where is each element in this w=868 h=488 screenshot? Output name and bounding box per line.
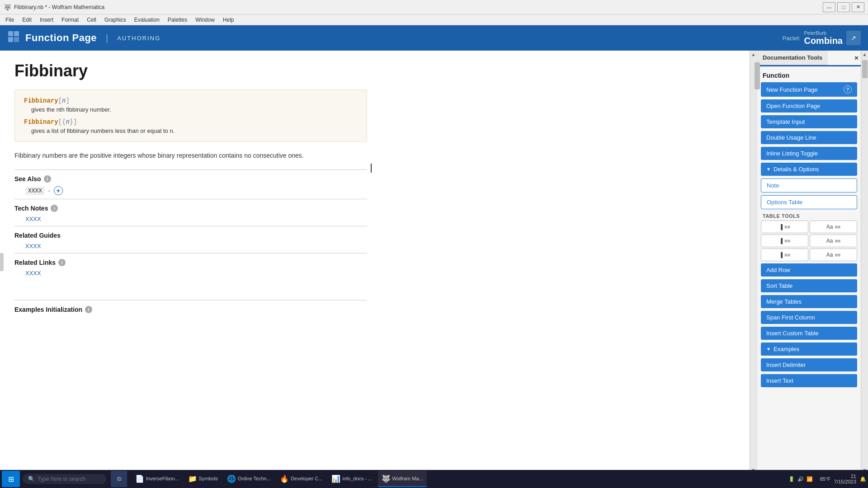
app-title: Function Page [25,32,97,44]
span-first-column-button[interactable]: Span First Column [761,311,857,324]
inline-listing-toggle-button[interactable]: Inline Listing Toggle [761,147,857,160]
menu-format[interactable]: Format [58,16,82,24]
taskbar-infodocs-icon: 📊 [331,474,340,483]
usage-line-2: Fibbinary[{n}] gives a list of fibbinary… [24,118,358,134]
new-function-page-button[interactable]: New Function Page ? [761,82,857,97]
insert-delimiter-button[interactable]: Insert Delimiter [761,358,857,371]
related-links-title: Related Links [14,259,56,266]
table-tool-1-icon: ▐ [779,224,783,230]
header-divider: | [106,33,108,43]
description-text: Fibbinary numbers are the positive integ… [14,151,367,160]
table-tool-3[interactable]: ▐ ≡≡ [761,235,808,247]
double-usage-line-button[interactable]: Double Usage Line [761,131,857,144]
taskbar: ⊞ 🔍 ⧉ 📄 InverseFibon... 📁 Symbols 🌐 Onli… [0,470,868,483]
table-tools-label: TABLE TOOLS [757,211,861,220]
see-also-info-icon[interactable]: i [44,175,51,183]
taskbar-app-wolfram[interactable]: 🐺 Wolfram Ma... [378,471,427,483]
sidebar-close-button[interactable]: ✕ [852,53,861,63]
details-options-button[interactable]: ▼ Details & Options [761,163,857,176]
start-button[interactable]: ⊞ [2,471,20,483]
see-also-item-1: XXXX [25,187,45,195]
divider-tech-notes [14,199,367,199]
see-also-bullet: • [48,188,50,193]
divider-related-links [14,253,367,253]
menu-insert[interactable]: Insert [36,16,57,24]
menu-file[interactable]: File [2,16,18,24]
minimize-button[interactable]: — [823,2,835,12]
menu-edit[interactable]: Edit [19,16,35,24]
open-function-page-button[interactable]: Open Function Page [761,99,857,113]
section-related-guides: Related Guides [14,232,735,239]
taskbar-app-inversefib[interactable]: 📄 InverseFibon... [132,471,183,483]
add-row-button[interactable]: Add Row [761,263,857,277]
window-title: Fibbinary.nb * - Wolfram Mathematica [14,4,104,10]
svg-rect-1 [14,31,19,36]
taskbar-app-infodocs[interactable]: 📊 info_docs - ... [328,471,376,483]
svg-rect-2 [8,37,13,42]
usage-func-1: Fibbinary [24,97,58,104]
insert-text-button[interactable]: Insert Text [761,374,857,387]
sidebar-scroll-up[interactable]: ▲ [861,51,868,58]
table-tool-3-icon: ▐ [779,238,783,244]
scroll-thumb[interactable] [755,62,760,89]
taskbar-app-symbols[interactable]: 📁 Symbols [184,471,222,483]
table-tool-5-icon: ▐ [779,252,783,258]
merge-tables-button[interactable]: Merge Tables [761,295,857,308]
taskbar-devtools-label: Developer C... [291,476,322,481]
scroll-up-arrow[interactable]: ▲ [750,51,757,58]
svg-rect-0 [8,31,13,36]
share-button[interactable]: ↗ [846,31,861,45]
taskbar-online-icon: 🌐 [227,474,236,483]
title-bar-left: 🐺 Fibbinary.nb * - Wolfram Mathematica [4,4,104,11]
examples-init-info-icon[interactable]: i [85,306,92,313]
menu-palettes[interactable]: Palettes [164,16,191,24]
related-guides-title: Related Guides [14,232,61,239]
paclet-user: PeterBurb [804,30,843,36]
title-bar-controls[interactable]: — □ ✕ [823,2,864,12]
maximize-button[interactable]: □ [837,2,850,12]
sidebar-scrollbar[interactable]: ▲ ▼ [861,51,868,474]
taskbar-symbols-label: Symbols [199,476,218,481]
tech-notes-info-icon[interactable]: i [51,205,58,212]
authoring-label: AUTHORING [117,35,160,42]
menu-graphics[interactable]: Graphics [101,16,130,24]
taskbar-search[interactable]: 🔍 [23,474,106,483]
taskview-button[interactable]: ⧉ [111,471,127,483]
taskbar-search-input[interactable] [38,476,101,482]
related-links-info-icon[interactable]: i [58,259,66,266]
sidebar-scroll-thumb[interactable] [862,60,868,78]
taskbar-app-online[interactable]: 🌐 Online Techn... [223,471,274,483]
taskbar-app-devtools[interactable]: 🔥 Developer C... [276,471,326,483]
usage-func-2: Fibbinary [24,118,58,126]
tech-notes-content: XXXX [25,216,735,222]
notification-icon[interactable]: 🔔 [860,476,866,482]
insert-custom-table-button[interactable]: Insert Custom Table [761,327,857,340]
new-function-page-help-icon[interactable]: ? [844,85,852,94]
options-table-button[interactable]: Options Table [761,195,857,209]
menu-help[interactable]: Help [219,16,238,24]
menu-cell[interactable]: Cell [83,16,100,24]
content-scrollbar[interactable]: ▲ ▼ [750,51,757,474]
examples-init-title: Examples Initialization [14,306,82,313]
left-cell-handle[interactable] [0,253,4,271]
table-tool-6[interactable]: Aa ≡≡ [810,249,857,261]
menu-window[interactable]: Window [192,16,218,24]
table-tool-6-icon: Aa [826,252,833,258]
taskbar-clock[interactable]: 21 7/15/2023 [834,474,856,483]
taskbar-inversefib-icon: 📄 [135,474,144,483]
table-tool-5[interactable]: ▐ ≡≡ [761,249,808,261]
table-tool-4[interactable]: Aa ≡≡ [810,235,857,247]
see-also-add-button[interactable]: + [54,186,63,195]
menu-evaluation[interactable]: Evaluation [131,16,163,24]
examples-triangle: ▼ [766,347,771,352]
examples-button[interactable]: ▼ Examples [761,343,857,356]
title-bar: 🐺 Fibbinary.nb * - Wolfram Mathematica —… [0,0,868,14]
sidebar-scroll-track[interactable] [861,58,868,466]
template-input-button[interactable]: Template Input [761,115,857,128]
note-button[interactable]: Note [761,178,857,192]
taskbar-search-icon: 🔍 [28,476,35,482]
table-tool-1[interactable]: ▐ ≡≡ [761,221,808,233]
table-tool-2[interactable]: Aa ≡≡ [810,221,857,233]
sort-table-button[interactable]: Sort Table [761,279,857,292]
close-button[interactable]: ✕ [852,2,864,12]
